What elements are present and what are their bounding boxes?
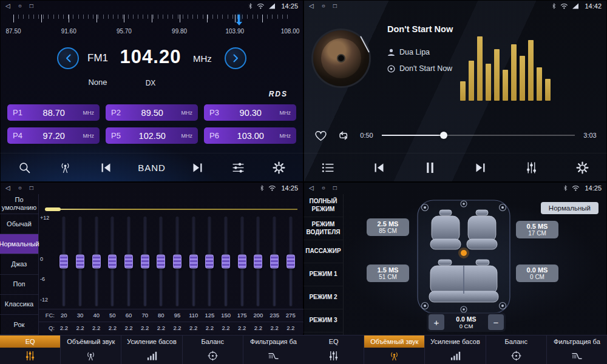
recents-icon[interactable]: □	[30, 185, 33, 191]
equalizer-button[interactable]	[229, 159, 247, 177]
eq-preset-classic[interactable]: Классика	[0, 295, 38, 315]
mode-driver[interactable]: РЕЖИМ ВОДИТЕЛЯ	[304, 217, 343, 240]
preset-button-4[interactable]: P4 97.20 MHz	[7, 127, 100, 144]
tab-eq[interactable]: EQ	[304, 335, 364, 364]
delay-increase-button[interactable]: +	[429, 314, 444, 330]
previous-track-button[interactable]	[370, 159, 388, 177]
home-icon[interactable]: ○	[322, 3, 325, 9]
eq-preset-default[interactable]: По умолчанию	[0, 194, 38, 214]
eq-band-slider[interactable]	[104, 217, 121, 306]
eq-band-thumb[interactable]	[141, 255, 149, 269]
eq-band-slider[interactable]	[121, 217, 137, 306]
eq-band-slider[interactable]	[218, 217, 234, 306]
eq-preset-pop[interactable]: Поп	[0, 275, 38, 295]
eq-band-thumb[interactable]	[76, 255, 84, 269]
eq-band-thumb[interactable]	[124, 255, 133, 269]
tab-eq[interactable]: EQ	[0, 335, 61, 364]
home-icon[interactable]: ○	[18, 3, 22, 9]
delay-adjust-value: 0.0 MS 0 CM	[447, 315, 485, 329]
eq-band-slider[interactable]	[282, 217, 299, 306]
tab-surround[interactable]: Объёмный звук	[364, 335, 425, 364]
delay-decrease-button[interactable]: −	[488, 314, 504, 330]
recents-icon[interactable]: □	[333, 3, 337, 9]
tab-balance[interactable]: Баланс	[486, 335, 547, 364]
mode-2[interactable]: РЕЖИМ 2	[304, 286, 343, 309]
eq-band-slider[interactable]	[266, 217, 283, 306]
tab-filter[interactable]: Фильтрация ба	[243, 335, 304, 364]
pause-button[interactable]	[421, 159, 439, 177]
band-button[interactable]: BAND	[138, 163, 166, 173]
eq-preset-normal[interactable]: Нормальный	[0, 234, 38, 254]
eq-band-slider[interactable]	[56, 217, 72, 306]
eq-band-slider[interactable]	[137, 217, 153, 306]
eq-band-thumb[interactable]	[222, 255, 230, 269]
recents-icon[interactable]: □	[30, 3, 33, 9]
eq-band-slider[interactable]	[250, 217, 266, 306]
repeat-button[interactable]	[336, 128, 351, 143]
tune-up-button[interactable]	[225, 47, 246, 69]
delay-rear-left[interactable]: 1.5 MS 51 CM	[367, 265, 409, 282]
eq-preset-custom[interactable]: Обычай	[0, 214, 38, 234]
eq-band-slider[interactable]	[153, 217, 169, 306]
eq-band-thumb[interactable]	[189, 255, 198, 269]
preset-button-6[interactable]: P6 103.00 MHz	[204, 127, 296, 144]
frequency-ruler[interactable]: 87.50 91.60 95.70 99.80 103.90 108.00	[8, 15, 295, 40]
eq-band-slider[interactable]	[234, 217, 250, 306]
eq-band-slider[interactable]	[185, 217, 202, 306]
recents-icon[interactable]: □	[333, 185, 337, 191]
eq-band-slider[interactable]	[202, 217, 218, 306]
settings-button[interactable]	[270, 159, 288, 177]
eq-band-thumb[interactable]	[270, 255, 279, 269]
tab-filter[interactable]: Фильтрация ба	[547, 335, 607, 364]
scan-button[interactable]	[56, 159, 74, 177]
mode-full[interactable]: ПОЛНЫЙ РЕЖИМ	[304, 194, 343, 217]
eq-band-slider[interactable]	[72, 217, 89, 306]
mode-passenger[interactable]: ПАССАЖИР	[304, 240, 343, 263]
mode-1[interactable]: РЕЖИМ 1	[304, 263, 343, 286]
delay-front-left[interactable]: 2.5 MS 85 CM	[367, 218, 409, 236]
next-track-button[interactable]	[472, 159, 489, 177]
eq-band-thumb[interactable]	[59, 255, 68, 269]
preset-button-3[interactable]: P3 90.30 MHz	[204, 104, 296, 121]
eq-band-thumb[interactable]	[157, 255, 165, 269]
eq-band-slider[interactable]	[88, 217, 104, 306]
home-icon[interactable]: ○	[322, 185, 325, 191]
preset-button-1[interactable]: P1 88.70 MHz	[7, 104, 100, 121]
eq-band-thumb[interactable]	[287, 255, 295, 269]
playlist-button[interactable]	[319, 159, 337, 177]
back-icon[interactable]: ◁	[309, 3, 314, 9]
favorite-button[interactable]	[313, 128, 328, 143]
sound-profile-button[interactable]: Нормальный	[541, 202, 599, 214]
back-icon[interactable]: ◁	[5, 185, 10, 191]
equalizer-button[interactable]	[523, 159, 540, 177]
eq-band-thumb[interactable]	[92, 255, 101, 269]
eq-band-thumb[interactable]	[254, 255, 262, 269]
tab-bass-boost[interactable]: Усиление басов	[425, 335, 486, 364]
preset-button-2[interactable]: P2 89.50 MHz	[106, 104, 198, 121]
eq-preset-rock[interactable]: Рок	[0, 315, 38, 335]
master-level-slider[interactable]	[45, 209, 297, 210]
search-button[interactable]	[16, 159, 33, 177]
delay-rear-right[interactable]: 0.0 MS 0 CM	[516, 265, 558, 282]
delay-front-right[interactable]: 0.5 MS 17 CM	[516, 221, 558, 238]
back-icon[interactable]: ◁	[309, 185, 314, 191]
eq-band-thumb[interactable]	[238, 255, 246, 269]
eq-band-thumb[interactable]	[173, 255, 181, 269]
tune-down-button[interactable]	[57, 47, 79, 69]
seek-thumb[interactable]	[440, 132, 447, 139]
tab-surround[interactable]: Объёмный звук	[61, 335, 121, 364]
previous-station-button[interactable]	[97, 159, 115, 177]
track-title: Don't Start Now	[387, 24, 453, 34]
seek-slider[interactable]	[382, 131, 575, 140]
tab-balance[interactable]: Баланс	[183, 335, 243, 364]
settings-button[interactable]	[574, 159, 591, 177]
eq-preset-jazz[interactable]: Джаз	[0, 254, 38, 274]
back-icon[interactable]: ◁	[5, 3, 10, 9]
next-station-button[interactable]	[189, 159, 206, 177]
home-icon[interactable]: ○	[18, 185, 22, 191]
eq-band-thumb[interactable]	[108, 255, 117, 269]
eq-band-thumb[interactable]	[205, 255, 214, 269]
preset-button-5[interactable]: P5 102.50 MHz	[106, 127, 198, 144]
eq-band-slider[interactable]	[169, 217, 186, 306]
tab-bass-boost[interactable]: Усиление басов	[121, 335, 182, 364]
